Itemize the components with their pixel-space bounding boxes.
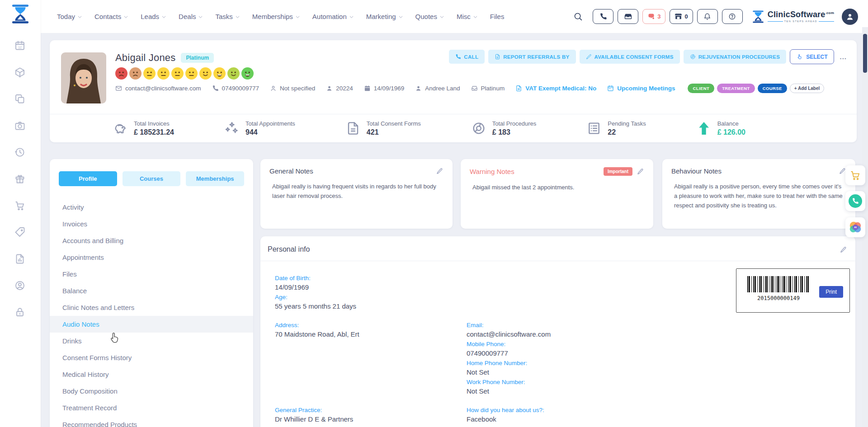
menu-appointments[interactable]: Appointments	[50, 249, 253, 266]
mood-face-icon[interactable]	[185, 67, 198, 80]
nav-files[interactable]: Files	[490, 13, 505, 20]
shopping-cart-icon[interactable]	[14, 200, 26, 211]
field-label: Home Phone Number:	[467, 359, 855, 367]
warning-notes-title: Warning Notes	[470, 168, 514, 175]
tab-memberships[interactable]: Memberships	[186, 171, 244, 186]
menu-audio-notes[interactable]: Audio Notes	[50, 316, 253, 333]
menu-treatment-record[interactable]: Treatment Record	[50, 399, 253, 416]
calendar-icon[interactable]: 12	[14, 40, 26, 52]
cart-float-button[interactable]	[845, 165, 865, 185]
owner-chip: Andree Land	[415, 85, 460, 92]
tab-courses[interactable]: Courses	[123, 171, 181, 186]
lock-icon[interactable]	[14, 306, 26, 318]
nav-marketing[interactable]: Marketing	[366, 13, 403, 20]
menu-body-composition[interactable]: Body Composition	[50, 383, 253, 399]
logo-tagline: TEN STEPS AHEAD	[768, 20, 834, 23]
products-box-icon[interactable]	[14, 66, 26, 78]
menu-recommended-products[interactable]: Recommended Products	[50, 416, 253, 427]
menu-balance[interactable]: Balance	[50, 282, 253, 299]
inbox-button[interactable]	[618, 9, 638, 24]
label-treatment[interactable]: TREATMENT	[717, 84, 755, 93]
client-id-chip: 20224	[326, 85, 353, 92]
print-button[interactable]: Print	[819, 286, 843, 298]
vat-chip[interactable]: VAT Exempt Medical: No	[515, 85, 596, 92]
menu-invoices[interactable]: Invoices	[50, 216, 253, 232]
chat-button[interactable]: 3	[642, 9, 665, 24]
edit-pencil-icon[interactable]	[840, 246, 847, 253]
menu-drinks[interactable]: Drinks	[50, 333, 253, 349]
mood-face-icon[interactable]	[213, 67, 226, 80]
mood-face-icon[interactable]	[241, 67, 254, 80]
pointer-hand-icon	[797, 54, 803, 60]
nav-today[interactable]: Today	[57, 13, 82, 20]
stat-icon	[346, 121, 360, 136]
menu-consent-forms-history[interactable]: Consent Forms History	[50, 349, 253, 366]
rejuvenation-button[interactable]: REJUVENATION PROCEDURES	[684, 50, 787, 64]
left-icon-rail: 12	[0, 0, 41, 427]
report-referrals-button[interactable]: REPORT REFERRALS BY	[488, 50, 576, 64]
menu-activity[interactable]: Activity	[50, 199, 253, 216]
scrollbar-thumb[interactable]	[863, 34, 867, 73]
mood-face-icon[interactable]	[157, 67, 170, 80]
select-button[interactable]: SELECT	[790, 49, 834, 64]
reports-icon[interactable]	[14, 253, 26, 265]
menu-accounts-and-billing[interactable]: Accounts and Billing	[50, 232, 253, 249]
personal-info-field: Date of Birth: 14/09/1969	[275, 274, 467, 292]
nav-contacts[interactable]: Contacts	[94, 13, 128, 20]
store-button[interactable]: 0	[670, 9, 693, 24]
mood-face-icon[interactable]	[143, 67, 156, 80]
search-icon[interactable]	[573, 11, 585, 23]
profile-menu: Activity Invoices Accounts and Billing A…	[50, 199, 253, 427]
gift-icon[interactable]	[14, 173, 26, 185]
logo-sup: .com	[826, 11, 834, 15]
label-client[interactable]: CLIENT	[688, 84, 714, 93]
meetings-chip[interactable]: Upcoming Meetings	[607, 85, 675, 92]
field-value: Not Set	[467, 386, 855, 396]
tab-profile[interactable]: Profile	[59, 171, 117, 186]
mood-face-icon[interactable]	[199, 67, 212, 80]
mood-face-icon[interactable]	[171, 67, 184, 80]
clinicsoftware-logo[interactable]: ClinicSoftware.com TEN STEPS AHEAD	[751, 10, 834, 23]
main-nav: Today Contacts Leads Deals Tasks	[41, 13, 504, 20]
call-float-button[interactable]	[845, 191, 865, 211]
mood-face-icon[interactable]	[129, 67, 142, 80]
nav-leads[interactable]: Leads	[141, 13, 166, 20]
nav-misc[interactable]: Misc	[457, 13, 478, 20]
dob-chip: 14/09/1969	[364, 85, 405, 92]
nav-automation[interactable]: Automation	[312, 13, 354, 20]
call-button[interactable]: CALL	[449, 50, 485, 64]
patient-photo[interactable]	[61, 52, 106, 103]
nav-deals[interactable]: Deals	[179, 13, 203, 20]
more-options-button[interactable]: ...	[838, 53, 849, 61]
user-avatar[interactable]	[842, 9, 858, 25]
edit-pencil-icon[interactable]	[436, 168, 443, 175]
edit-pencil-icon[interactable]	[637, 168, 644, 175]
clinicsoftware-hourglass-logo-icon[interactable]	[10, 4, 31, 24]
consent-forms-button[interactable]: AVAILABLE CONSENT FORMS	[580, 50, 680, 64]
nav-memberships[interactable]: Memberships	[252, 13, 300, 20]
camera-icon[interactable]	[14, 120, 26, 131]
add-label-button[interactable]: + Add Label	[790, 84, 825, 93]
price-tag-icon[interactable]	[14, 226, 26, 238]
label-course[interactable]: COURSE	[758, 84, 787, 93]
dialer-button[interactable]	[593, 9, 613, 24]
account-icon[interactable]	[14, 280, 26, 291]
email-chip[interactable]: contact@clinicsoftware.com	[115, 85, 201, 92]
nav-tasks[interactable]: Tasks	[215, 13, 240, 20]
help-button[interactable]	[722, 9, 743, 24]
menu-clinic-notes-and-letters[interactable]: Clinic Notes and Letters	[50, 299, 253, 316]
nav-quotes[interactable]: Quotes	[415, 13, 444, 20]
notifications-button[interactable]	[697, 9, 718, 24]
mood-face-icon[interactable]	[115, 67, 127, 80]
stat-value: 22	[608, 128, 646, 136]
main-content: Abigail Jones Platinum	[41, 33, 868, 427]
patient-barcode-box: 2015000000149 Print	[736, 268, 850, 313]
warning-notes-card: Warning Notes Important Abigail missed t…	[461, 159, 653, 229]
ai-assistant-button[interactable]: AI	[845, 217, 865, 237]
menu-files[interactable]: Files	[50, 266, 253, 282]
history-icon[interactable]	[14, 146, 26, 158]
duplicates-icon[interactable]	[14, 93, 26, 105]
mood-face-icon[interactable]	[227, 67, 240, 80]
menu-medical-history[interactable]: Medical History	[50, 366, 253, 383]
phone-chip[interactable]: 07490009777	[212, 85, 259, 92]
